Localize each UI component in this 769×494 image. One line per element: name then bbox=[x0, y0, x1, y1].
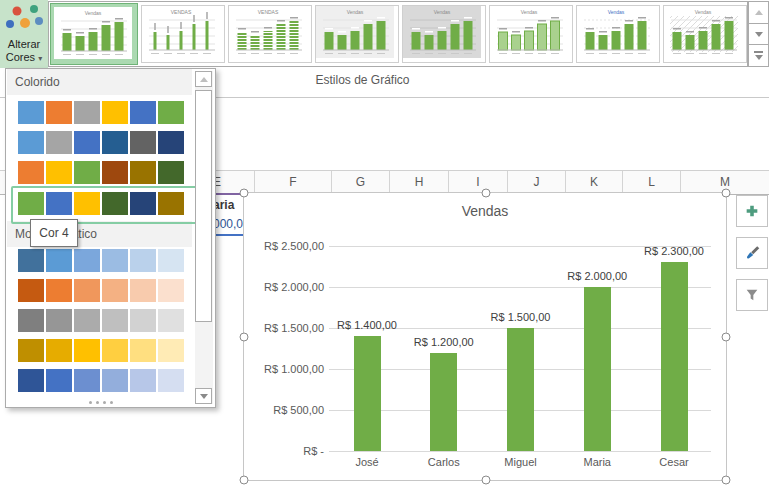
chart-filters-button[interactable] bbox=[736, 279, 768, 311]
color-swatch[interactable] bbox=[46, 339, 72, 362]
bar-josé[interactable] bbox=[354, 336, 381, 451]
color-swatch[interactable] bbox=[18, 249, 44, 272]
bar-cesar[interactable] bbox=[661, 262, 688, 451]
selection-handle[interactable] bbox=[722, 189, 731, 198]
selection-handle[interactable] bbox=[722, 476, 731, 485]
color-swatch[interactable] bbox=[158, 309, 184, 332]
color-swatch[interactable] bbox=[130, 101, 156, 124]
color-swatch[interactable] bbox=[46, 309, 72, 332]
chart-style-thumbnail-4[interactable]: Vendas bbox=[315, 5, 399, 63]
color-swatch[interactable] bbox=[158, 369, 184, 392]
scroll-down-button[interactable] bbox=[195, 388, 212, 404]
column-header-K[interactable]: K bbox=[566, 171, 623, 193]
color-swatch[interactable] bbox=[74, 249, 100, 272]
color-swatch[interactable] bbox=[46, 279, 72, 302]
color-swatch[interactable] bbox=[46, 192, 72, 215]
color-swatch[interactable] bbox=[130, 249, 156, 272]
chart-area[interactable]: Vendas R$ 2.500,00R$ 2.000,00R$ 1.500,00… bbox=[243, 192, 727, 481]
color-swatch[interactable] bbox=[102, 249, 128, 272]
color-swatch[interactable] bbox=[158, 131, 184, 154]
column-header-G[interactable]: G bbox=[332, 171, 390, 193]
color-swatch[interactable] bbox=[18, 101, 44, 124]
selection-handle[interactable] bbox=[240, 189, 249, 198]
chart-style-thumbnail-2[interactable]: VENDAS bbox=[141, 5, 225, 63]
column-header-F[interactable]: F bbox=[255, 171, 332, 193]
gallery-more-button[interactable] bbox=[748, 45, 769, 67]
scrollbar-thumb[interactable] bbox=[195, 90, 212, 322]
color-swatch[interactable] bbox=[18, 161, 44, 184]
color-swatch[interactable] bbox=[158, 339, 184, 362]
chart-style-thumbnail-5[interactable]: Vendas bbox=[402, 5, 486, 63]
chart-styles-button[interactable] bbox=[736, 237, 768, 269]
bar-carlos[interactable] bbox=[430, 353, 457, 451]
color-swatch[interactable] bbox=[102, 192, 128, 215]
selection-handle[interactable] bbox=[240, 476, 249, 485]
color-swatch[interactable] bbox=[74, 101, 100, 124]
color-swatch[interactable] bbox=[130, 309, 156, 332]
color-swatch[interactable] bbox=[18, 131, 44, 154]
color-swatch[interactable] bbox=[18, 369, 44, 392]
color-swatch[interactable] bbox=[102, 131, 128, 154]
color-swatch[interactable] bbox=[158, 101, 184, 124]
column-header-H[interactable]: H bbox=[390, 171, 449, 193]
color-swatch[interactable] bbox=[130, 161, 156, 184]
color-swatch[interactable] bbox=[130, 339, 156, 362]
color-swatch[interactable] bbox=[46, 249, 72, 272]
color-swatch[interactable] bbox=[130, 279, 156, 302]
color-swatch[interactable] bbox=[158, 279, 184, 302]
section-header-colorido: Colorido bbox=[7, 69, 192, 95]
color-swatch[interactable] bbox=[102, 339, 128, 362]
color-swatch[interactable] bbox=[102, 101, 128, 124]
color-swatch[interactable] bbox=[46, 161, 72, 184]
color-swatch[interactable] bbox=[130, 192, 156, 215]
color-swatch[interactable] bbox=[74, 161, 100, 184]
data-label: R$ 1.400,00 bbox=[322, 319, 412, 331]
chart-style-thumbnail-1[interactable]: Vendas bbox=[50, 3, 138, 65]
column-header-I[interactable]: I bbox=[449, 171, 508, 193]
change-colors-button[interactable]: Alterar Cores ▾ bbox=[0, 0, 48, 68]
style-gallery: VendasVENDASVENDASVendasVendasVendasVend… bbox=[48, 1, 748, 67]
color-swatch[interactable] bbox=[18, 192, 44, 215]
chart-style-thumbnail-7[interactable]: Vendas bbox=[576, 5, 660, 63]
color-swatch[interactable] bbox=[158, 192, 184, 215]
color-swatch[interactable] bbox=[130, 131, 156, 154]
color-swatch[interactable] bbox=[74, 279, 100, 302]
color-swatch[interactable] bbox=[102, 279, 128, 302]
selection-handle[interactable] bbox=[722, 333, 731, 342]
chart-style-thumbnail-3[interactable]: VENDAS bbox=[228, 5, 312, 63]
menu-scrollbar[interactable] bbox=[195, 71, 213, 404]
bar-miguel[interactable] bbox=[507, 328, 534, 451]
selection-handle[interactable] bbox=[482, 189, 491, 198]
chart-elements-button[interactable] bbox=[736, 195, 768, 227]
bar-maria[interactable] bbox=[584, 287, 611, 451]
color-swatch[interactable] bbox=[74, 369, 100, 392]
selection-handle[interactable] bbox=[240, 333, 249, 342]
color-swatch[interactable] bbox=[74, 309, 100, 332]
color-swatch[interactable] bbox=[102, 309, 128, 332]
column-header-J[interactable]: J bbox=[508, 171, 566, 193]
column-header-L[interactable]: L bbox=[623, 171, 681, 193]
color-swatch[interactable] bbox=[18, 279, 44, 302]
gallery-scroll-up-button[interactable] bbox=[748, 1, 769, 24]
selection-handle[interactable] bbox=[482, 476, 491, 485]
chart-style-thumbnail-6[interactable]: Vendas bbox=[489, 5, 573, 63]
color-swatch[interactable] bbox=[46, 101, 72, 124]
color-swatch[interactable] bbox=[18, 309, 44, 332]
y-axis-label: R$ - bbox=[244, 445, 324, 457]
color-swatch[interactable] bbox=[102, 161, 128, 184]
color-swatch[interactable] bbox=[46, 369, 72, 392]
chart-title: Vendas bbox=[244, 203, 726, 219]
color-swatch[interactable] bbox=[102, 369, 128, 392]
chart-style-thumbnail-8[interactable]: Vendas bbox=[663, 5, 747, 63]
color-swatch[interactable] bbox=[46, 131, 72, 154]
color-swatch[interactable] bbox=[74, 131, 100, 154]
gallery-scroll-down-button[interactable] bbox=[748, 24, 769, 46]
menu-resize-grip[interactable] bbox=[6, 401, 196, 404]
color-swatch[interactable] bbox=[74, 339, 100, 362]
color-swatch[interactable] bbox=[18, 339, 44, 362]
color-swatch[interactable] bbox=[158, 249, 184, 272]
color-swatch[interactable] bbox=[74, 192, 100, 215]
color-swatch[interactable] bbox=[158, 161, 184, 184]
color-swatch[interactable] bbox=[130, 369, 156, 392]
scroll-up-button[interactable] bbox=[195, 71, 212, 87]
